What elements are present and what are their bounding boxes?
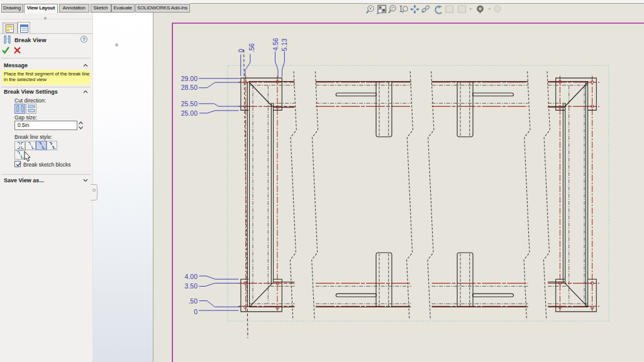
svg-text:25.50: 25.50 <box>181 100 197 107</box>
svg-text:.50: .50 <box>188 297 197 305</box>
svg-text:5.13: 5.13 <box>280 38 288 52</box>
svg-text:.56: .56 <box>248 43 255 53</box>
svg-text:25.00: 25.00 <box>181 109 197 117</box>
svg-text:0: 0 <box>237 49 245 53</box>
svg-text:3.50: 3.50 <box>185 282 198 290</box>
svg-text:28.50: 28.50 <box>181 84 197 91</box>
svg-text:4.00: 4.00 <box>185 273 198 280</box>
svg-text:29.00: 29.00 <box>181 75 197 82</box>
svg-text:0: 0 <box>194 308 197 315</box>
svg-text:4.56: 4.56 <box>272 38 279 51</box>
